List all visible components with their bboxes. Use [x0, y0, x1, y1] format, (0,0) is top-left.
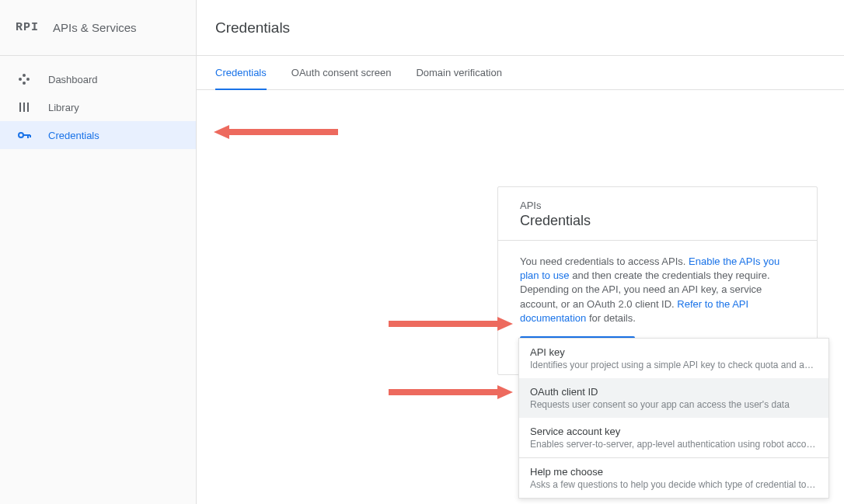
svg-point-0: [23, 74, 26, 77]
svg-point-1: [19, 78, 22, 81]
sidebar-nav: Dashboard Library Credentials: [0, 56, 196, 149]
sidebar-item-label: Dashboard: [48, 74, 98, 85]
sidebar-item-dashboard[interactable]: Dashboard: [0, 65, 196, 93]
dropdown-item-title: API key: [530, 346, 818, 358]
create-credentials-dropdown: API key Identifies your project using a …: [518, 338, 829, 499]
dropdown-item-service-account-key[interactable]: Service account key Enables server-to-se…: [519, 418, 828, 457]
page-title: Credentials: [215, 19, 290, 36]
svg-point-3: [23, 82, 26, 85]
dropdown-item-desc: Enables server-to-server, app-level auth…: [530, 439, 818, 450]
tab-domain-verification[interactable]: Domain verification: [416, 56, 502, 90]
card-title: Credentials: [520, 213, 795, 229]
dashboard-icon: [16, 71, 33, 88]
dropdown-item-help-me-choose[interactable]: Help me choose Asks a few questions to h…: [519, 458, 828, 498]
card-eyebrow: APIs: [520, 200, 795, 211]
dropdown-item-desc: Identifies your project using a simple A…: [530, 360, 818, 370]
sidebar-item-library[interactable]: Library: [0, 93, 196, 121]
dropdown-item-title: Help me choose: [530, 466, 818, 478]
dropdown-item-api-key[interactable]: API key Identifies your project using a …: [519, 339, 828, 378]
dropdown-item-title: Service account key: [530, 426, 818, 437]
key-icon: [16, 127, 33, 144]
dropdown-item-desc: Asks a few questions to help you decide …: [530, 479, 818, 490]
tab-row: Credentials OAuth consent screen Domain …: [197, 56, 844, 90]
dropdown-item-desc: Requests user consent so your app can ac…: [530, 399, 818, 410]
library-icon: [16, 99, 33, 116]
dropdown-item-oauth-client-id[interactable]: OAuth client ID Requests user consent so…: [519, 378, 828, 418]
main-header: Credentials: [197, 0, 844, 56]
sidebar-item-label: Library: [48, 102, 79, 113]
svg-point-2: [26, 78, 30, 81]
api-logo: RPI: [16, 21, 39, 34]
tab-oauth-consent[interactable]: OAuth consent screen: [291, 56, 392, 90]
sidebar-title: APIs & Services: [53, 21, 137, 34]
card-text: You need credentials to access APIs.: [520, 255, 689, 267]
svg-point-7: [19, 133, 23, 137]
card-header: APIs Credentials: [498, 187, 817, 241]
sidebar-item-label: Credentials: [48, 130, 99, 141]
sidebar-item-credentials[interactable]: Credentials: [0, 121, 196, 149]
card-text: for details.: [586, 312, 636, 324]
tab-credentials[interactable]: Credentials: [215, 56, 267, 90]
sidebar-header: RPI APIs & Services: [0, 0, 196, 56]
sidebar: RPI APIs & Services Dashboard Library: [0, 0, 197, 504]
dropdown-item-title: OAuth client ID: [530, 386, 818, 398]
